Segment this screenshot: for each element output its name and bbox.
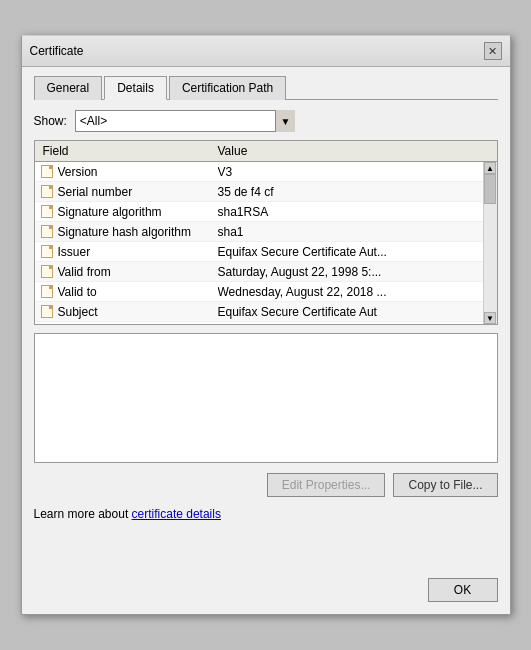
scrollbar[interactable]: ▲ ▼ (483, 162, 497, 324)
ok-button[interactable]: OK (428, 578, 498, 602)
table-row[interactable]: Signature hash algorithm sha1 (35, 222, 483, 242)
field-name: Issuer (58, 245, 218, 259)
scroll-up-button[interactable]: ▲ (484, 162, 496, 174)
dialog-title: Certificate (30, 44, 84, 58)
doc-icon (39, 205, 55, 219)
bottom-row: OK (34, 578, 498, 602)
field-name: Version (58, 165, 218, 179)
tab-certification-path[interactable]: Certification Path (169, 76, 286, 100)
col-header-field: Field (39, 143, 214, 159)
field-table: Field Value Version V3 Serial number 35 … (34, 140, 498, 325)
tab-details[interactable]: Details (104, 76, 167, 100)
table-header: Field Value (35, 141, 497, 162)
field-name: Valid to (58, 285, 218, 299)
field-value: sha1 (218, 225, 479, 239)
close-button[interactable]: ✕ (484, 42, 502, 60)
doc-icon (39, 165, 55, 179)
field-name: Serial number (58, 185, 218, 199)
field-value: V3 (218, 165, 479, 179)
col-header-value: Value (214, 143, 493, 159)
field-name: Signature hash algorithm (58, 225, 218, 239)
certificate-dialog: Certificate ✕ General Details Certificat… (21, 35, 511, 615)
detail-box (34, 333, 498, 463)
table-row[interactable]: Issuer Equifax Secure Certificate Aut... (35, 242, 483, 262)
field-value: Equifax Secure Certificate Aut (218, 305, 479, 319)
action-row: Edit Properties... Copy to File... (34, 473, 498, 497)
learn-more-text: Learn more about (34, 507, 132, 521)
field-name: Subject (58, 305, 218, 319)
title-bar: Certificate ✕ (22, 36, 510, 67)
scroll-track (484, 174, 497, 312)
scroll-down-button[interactable]: ▼ (484, 312, 496, 324)
field-name: Valid from (58, 265, 218, 279)
field-value: Equifax Secure Certificate Aut... (218, 245, 479, 259)
table-row[interactable]: Serial number 35 de f4 cf (35, 182, 483, 202)
table-row[interactable]: Valid from Saturday, August 22, 1998 5:.… (35, 262, 483, 282)
learn-more: Learn more about certificate details (34, 507, 498, 521)
doc-icon (39, 245, 55, 259)
field-name: Signature algorithm (58, 205, 218, 219)
doc-icon (39, 265, 55, 279)
table-row[interactable]: Valid to Wednesday, August 22, 2018 ... (35, 282, 483, 302)
tab-general[interactable]: General (34, 76, 103, 100)
show-row: Show: <All> Version 1 Fields Only Extens… (34, 110, 498, 132)
show-select[interactable]: <All> Version 1 Fields Only Extensions O… (75, 110, 295, 132)
tabs-container: General Details Certification Path (34, 75, 498, 100)
certificate-details-link[interactable]: certificate details (132, 507, 221, 521)
show-label: Show: (34, 114, 67, 128)
field-value: Wednesday, August 22, 2018 ... (218, 285, 479, 299)
doc-icon (39, 185, 55, 199)
show-select-wrapper: <All> Version 1 Fields Only Extensions O… (75, 110, 295, 132)
table-row[interactable]: Signature algorithm sha1RSA (35, 202, 483, 222)
field-value: sha1RSA (218, 205, 479, 219)
table-row[interactable]: Version V3 (35, 162, 483, 182)
field-table-body: Version V3 Serial number 35 de f4 cf Sig… (35, 162, 483, 324)
field-value: 35 de f4 cf (218, 185, 479, 199)
doc-icon (39, 285, 55, 299)
doc-icon (39, 305, 55, 319)
scroll-thumb[interactable] (484, 174, 496, 204)
edit-properties-button[interactable]: Edit Properties... (267, 473, 386, 497)
copy-to-file-button[interactable]: Copy to File... (393, 473, 497, 497)
dialog-content: General Details Certification Path Show:… (22, 67, 510, 614)
field-value: Saturday, August 22, 1998 5:... (218, 265, 479, 279)
table-row[interactable]: Subject Equifax Secure Certificate Aut (35, 302, 483, 322)
doc-icon (39, 225, 55, 239)
